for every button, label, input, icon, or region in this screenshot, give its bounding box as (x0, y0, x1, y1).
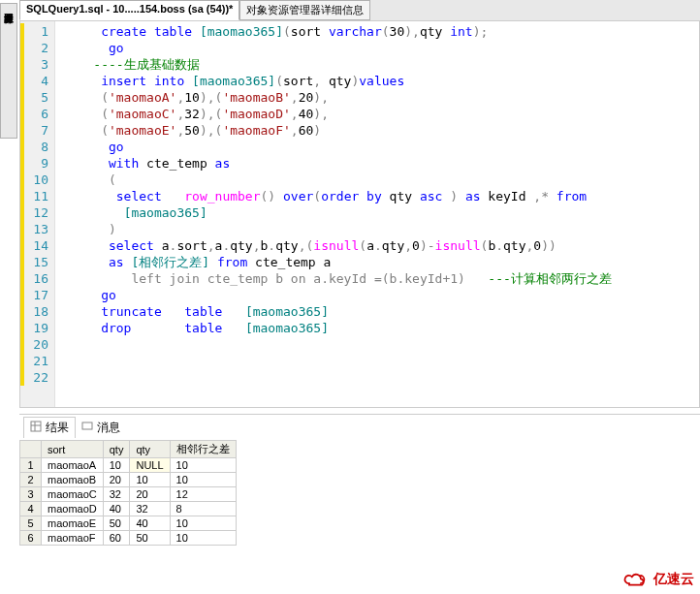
cell[interactable]: 20 (130, 487, 170, 502)
cell[interactable]: 40 (130, 516, 170, 531)
cell[interactable]: 60 (103, 531, 130, 546)
table-row[interactable]: 5maomaoE504010 (20, 516, 237, 531)
cell[interactable]: NULL (130, 458, 170, 473)
table-row[interactable]: 1maomaoA10NULL10 (20, 458, 237, 473)
cell[interactable]: 2 (20, 473, 42, 487)
column-header[interactable] (20, 441, 42, 458)
svg-rect-3 (82, 422, 92, 429)
results-tabs: 结果消息 (19, 415, 700, 440)
cell[interactable]: 50 (103, 516, 130, 531)
table-row[interactable]: 4maomaoD40328 (20, 502, 237, 516)
cell[interactable]: maomaoC (42, 487, 104, 502)
cell[interactable]: 8 (170, 502, 236, 516)
message-icon (81, 421, 93, 435)
cell[interactable]: 6 (20, 531, 42, 546)
cloud-icon (622, 571, 650, 588)
cell[interactable]: 10 (170, 531, 236, 546)
cell[interactable]: 10 (130, 473, 170, 487)
document-tab-0[interactable]: SQLQuery1.sql - 10.....154.boss (sa (54)… (19, 0, 239, 20)
results-grid[interactable]: sortqtyqty相邻行之差1maomaoA10NULL102maomaoB2… (19, 440, 237, 546)
cell[interactable]: 32 (130, 502, 170, 516)
cell[interactable]: 20 (103, 473, 130, 487)
document-tab-1[interactable]: 对象资源管理器详细信息 (239, 0, 370, 20)
document-tabs: SQLQuery1.sql - 10.....154.boss (sa (54)… (19, 0, 700, 20)
code-area[interactable]: create table [maomao365](sort varchar(30… (55, 21, 699, 407)
cell[interactable]: 40 (103, 502, 130, 516)
cell[interactable]: maomaoA (42, 458, 104, 473)
cell[interactable]: 10 (103, 458, 130, 473)
column-header[interactable]: qty (103, 441, 130, 458)
cell[interactable]: 3 (20, 487, 42, 502)
cell[interactable]: 10 (170, 458, 236, 473)
cell[interactable]: 10 (170, 516, 236, 531)
result-tab-0[interactable]: 结果 (23, 417, 76, 438)
table-row[interactable]: 2maomaoB201010 (20, 473, 237, 487)
cell[interactable]: 32 (103, 487, 130, 502)
cell[interactable]: maomaoF (42, 531, 104, 546)
grid-icon (30, 421, 42, 435)
cell[interactable]: 12 (170, 487, 236, 502)
column-header[interactable]: 相邻行之差 (170, 441, 236, 458)
svg-rect-0 (31, 422, 41, 431)
cell[interactable]: 10 (170, 473, 236, 487)
side-panel-tab[interactable]: 服务器对象资源管理器 (0, 3, 17, 139)
column-header[interactable]: qty (130, 441, 170, 458)
cell[interactable]: 5 (20, 516, 42, 531)
table-row[interactable]: 3maomaoC322012 (20, 487, 237, 502)
cell[interactable]: maomaoE (42, 516, 104, 531)
column-header[interactable]: sort (42, 441, 104, 458)
code-editor[interactable]: 12345678910111213141516171819202122 crea… (19, 20, 700, 408)
line-number-gutter: 12345678910111213141516171819202122 (20, 21, 55, 407)
cell[interactable]: 4 (20, 502, 42, 516)
watermark: 亿速云 (622, 571, 694, 588)
table-row[interactable]: 6maomaoF605010 (20, 531, 237, 546)
cell[interactable]: 50 (130, 531, 170, 546)
result-tab-1[interactable]: 消息 (76, 417, 126, 438)
cell[interactable]: maomaoB (42, 473, 104, 487)
results-pane: 结果消息 sortqtyqty相邻行之差1maomaoA10NULL102mao… (19, 414, 700, 546)
cell[interactable]: 1 (20, 458, 42, 473)
cell[interactable]: maomaoD (42, 502, 104, 516)
